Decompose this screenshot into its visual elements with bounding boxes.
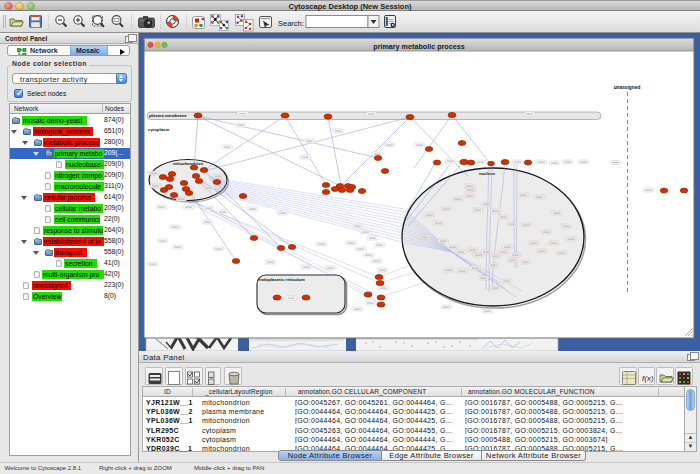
svg-text:endoplasmic reticulum: endoplasmic reticulum — [258, 277, 305, 282]
svg-text:unassigned: unassigned — [614, 85, 641, 90]
svg-text:nucleus: nucleus — [479, 171, 496, 176]
svg-text:primary metabolic process: primary metabolic process — [373, 42, 464, 51]
svg-text:Search:: Search: — [278, 19, 304, 28]
svg-text:f(x): f(x) — [642, 374, 654, 383]
svg-text:cytoplasm: cytoplasm — [148, 127, 169, 132]
svg-text:mitochondrion: mitochondrion — [173, 161, 203, 166]
svg-text:plasma membrane: plasma membrane — [149, 113, 187, 118]
